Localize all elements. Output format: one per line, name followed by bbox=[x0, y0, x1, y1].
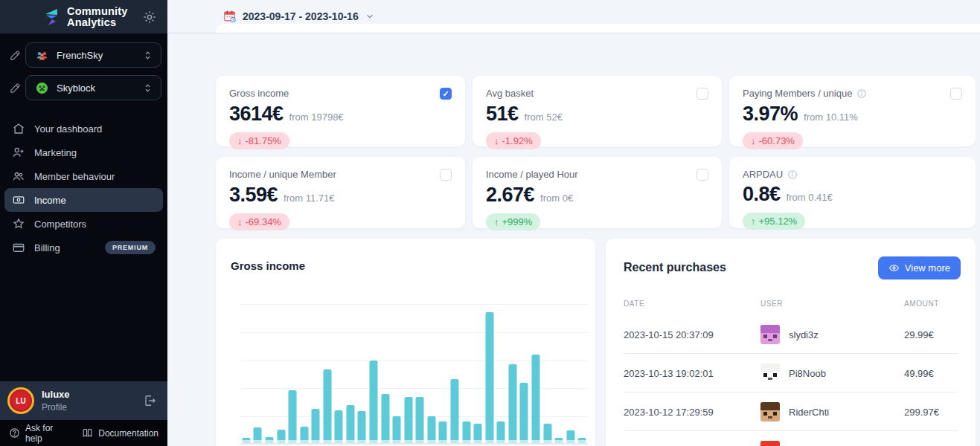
purchase-amount: 49.99€ bbox=[904, 368, 934, 379]
column-header-amount: AMOUNT bbox=[904, 300, 939, 308]
table-row[interactable]: 2023-10-15 20:37:09slydi3z29.99€ bbox=[624, 315, 958, 354]
bar-08-oct-23[interactable] bbox=[485, 312, 493, 443]
bar-base-segment bbox=[312, 440, 320, 443]
metric-checkbox[interactable] bbox=[440, 169, 452, 181]
table-row[interactable]: 2023-10-11 22:41:24GeF_Andrei7841.99€ bbox=[624, 431, 958, 446]
bar-18-sep-23[interactable] bbox=[254, 427, 262, 443]
table-row[interactable]: 2023-10-13 19:02:01Pi8Noob49.99€ bbox=[624, 354, 958, 392]
avatar: LU bbox=[7, 387, 34, 414]
bar-base-segment bbox=[254, 440, 262, 443]
bar-12-oct-23[interactable] bbox=[531, 355, 539, 443]
sidebar-item-your-dashboard[interactable]: Your dashboard bbox=[4, 117, 163, 140]
bar-15-oct-23[interactable] bbox=[566, 430, 574, 443]
bar-24-sep-23[interactable] bbox=[323, 369, 331, 443]
edit-pencil-icon[interactable] bbox=[4, 45, 25, 65]
sidebar-item-label: Billing bbox=[34, 242, 60, 253]
bar-segment bbox=[381, 394, 389, 440]
bar-16-oct-23[interactable] bbox=[578, 438, 586, 443]
purchases-table-body: 2023-10-15 20:37:09slydi3z29.99€2023-10-… bbox=[624, 315, 958, 446]
metric-checkbox[interactable] bbox=[696, 88, 708, 100]
view-more-button[interactable]: View more bbox=[878, 256, 961, 279]
bar-segment bbox=[427, 416, 435, 440]
banknote-icon bbox=[12, 193, 25, 207]
bar-17-sep-23[interactable] bbox=[242, 438, 250, 443]
bar-01-oct-23[interactable] bbox=[404, 397, 412, 443]
bar-06-oct-23[interactable] bbox=[462, 421, 470, 443]
profile-section[interactable]: LU luluxe Profile bbox=[0, 381, 167, 420]
bar-09-oct-23[interactable] bbox=[497, 421, 505, 443]
bar-14-oct-23[interactable] bbox=[555, 438, 563, 443]
bar-19-sep-23[interactable] bbox=[265, 437, 273, 443]
bar-30-sep-23[interactable] bbox=[393, 416, 401, 443]
metric-card-avg-basket: Avg basket51€from 52€↓-1.92% bbox=[473, 76, 722, 146]
sidebar-item-label: Income bbox=[34, 195, 66, 206]
metric-checkbox[interactable]: ✓ bbox=[440, 88, 452, 100]
metric-value: 3614€ bbox=[229, 103, 284, 126]
user-plus-icon bbox=[12, 146, 25, 159]
metric-change-badge: ↑+999% bbox=[486, 213, 540, 230]
bar-base-segment bbox=[427, 440, 435, 443]
gross-income-chart-card: Gross income 17 Sep 2318 Sep 2319 Sep 23… bbox=[216, 239, 595, 446]
bar-28-sep-23[interactable] bbox=[370, 361, 378, 443]
sidebar-item-competitors[interactable]: Competitors bbox=[4, 212, 163, 236]
profile-link[interactable]: Profile bbox=[42, 402, 70, 413]
logout-icon[interactable] bbox=[142, 393, 157, 408]
bar-segment bbox=[289, 390, 297, 440]
date-range-picker[interactable]: 2023-09-17 - 2023-10-16 bbox=[223, 10, 375, 23]
bar-segment bbox=[474, 424, 482, 440]
bar-21-sep-23[interactable] bbox=[289, 390, 297, 443]
bar-25-sep-23[interactable] bbox=[335, 410, 343, 443]
bar-13-oct-23[interactable] bbox=[543, 424, 551, 443]
content: Gross income✓3614€from 19798€↓-81.75%Avg… bbox=[167, 33, 980, 446]
select-value: FrenchSky bbox=[57, 50, 103, 61]
bar-base-segment bbox=[566, 440, 574, 443]
sidebar-item-label: Competitors bbox=[34, 219, 86, 230]
info-icon[interactable] bbox=[787, 169, 798, 180]
bar-base-segment bbox=[485, 440, 493, 443]
arrow-up-icon: ↑ bbox=[751, 216, 756, 227]
documentation-link[interactable]: Documentation bbox=[82, 427, 158, 439]
bar-03-oct-23[interactable] bbox=[427, 416, 435, 443]
metric-label: Income / played Hour bbox=[486, 169, 578, 180]
skyblock-select[interactable]: Skyblock bbox=[25, 75, 161, 100]
bar-23-sep-23[interactable] bbox=[312, 409, 320, 443]
ask-for-help-link[interactable]: Ask for help bbox=[9, 423, 68, 444]
metric-previous-value: from 11.71€ bbox=[284, 193, 334, 204]
bar-26-sep-23[interactable] bbox=[346, 405, 354, 443]
bar-22-sep-23[interactable] bbox=[300, 427, 308, 443]
metric-checkbox[interactable] bbox=[696, 169, 708, 181]
sidebar-item-marketing[interactable]: Marketing bbox=[4, 140, 163, 164]
star-icon bbox=[12, 217, 25, 230]
bar-29-sep-23[interactable] bbox=[381, 394, 389, 443]
sidebar-item-income[interactable]: Income bbox=[4, 188, 163, 212]
sidebar-item-member-behaviour[interactable]: Member behaviour bbox=[4, 164, 163, 188]
frenchsky-select[interactable]: FrenchSky bbox=[25, 42, 161, 68]
metric-card-arpdau: ARPDAU0.8€from 0.41€↑+95.12% bbox=[729, 157, 976, 228]
sidebar-item-label: Member behaviour bbox=[34, 171, 115, 182]
bar-04-oct-23[interactable] bbox=[439, 421, 447, 443]
bar-02-oct-23[interactable] bbox=[416, 397, 424, 443]
bar-base-segment bbox=[404, 440, 412, 443]
bar-10-oct-23[interactable] bbox=[508, 364, 516, 443]
bar-segment bbox=[358, 411, 366, 440]
bar-11-oct-23[interactable] bbox=[520, 383, 528, 443]
metric-checkbox[interactable] bbox=[950, 88, 962, 100]
edit-pencil-icon[interactable] bbox=[4, 77, 25, 98]
app-title-line1: Community bbox=[67, 6, 128, 17]
bar-27-sep-23[interactable] bbox=[358, 411, 366, 443]
info-icon[interactable] bbox=[856, 88, 867, 99]
metric-card-income-played-hour: Income / played Hour2.67€from 0€↑+999% bbox=[473, 157, 722, 228]
sidebar-item-billing[interactable]: BillingPREMIUM bbox=[4, 236, 163, 259]
bar-05-oct-23[interactable] bbox=[451, 379, 459, 443]
eye-icon bbox=[888, 262, 900, 274]
bar-20-sep-23[interactable] bbox=[277, 430, 285, 443]
bar-chart[interactable] bbox=[240, 286, 588, 445]
sidebar-footer: Ask for help Documentation bbox=[0, 420, 167, 446]
metric-label: Income / unique Member bbox=[229, 169, 336, 180]
ask-for-help-label: Ask for help bbox=[25, 423, 68, 444]
metric-change-badge: ↓-1.92% bbox=[486, 132, 541, 149]
sidebar-nav: Your dashboardMarketingMember behaviourI… bbox=[0, 117, 167, 259]
table-row[interactable]: 2023-10-12 17:29:59RiderChti299.97€ bbox=[624, 392, 958, 431]
bar-07-oct-23[interactable] bbox=[474, 424, 482, 443]
settings-gear-icon[interactable] bbox=[142, 10, 157, 25]
